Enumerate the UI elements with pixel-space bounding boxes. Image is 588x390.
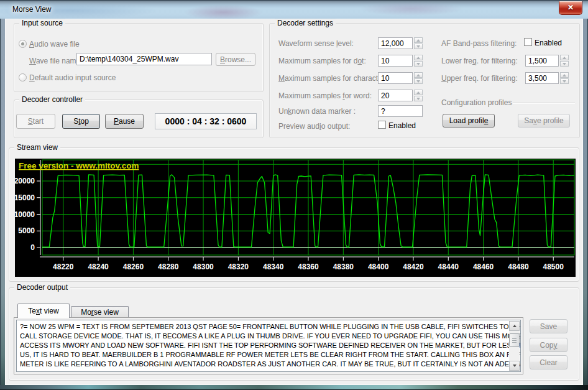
load-profile-button[interactable]: Load profile (443, 114, 495, 128)
svg-text:48460: 48460 (473, 262, 494, 271)
preview-audio-checkbox[interactable] (378, 121, 386, 129)
svg-text:20000: 20000 (15, 177, 35, 185)
svg-text:48480: 48480 (508, 262, 529, 271)
lower-freq-input[interactable]: 1,500 (525, 55, 559, 67)
waveform-plot: 0500010000150002000048220482404826048280… (15, 159, 576, 277)
svg-text:48340: 48340 (263, 262, 284, 271)
close-icon: ✕ (567, 3, 574, 12)
decoder-output-group-label: Decoder output (14, 283, 70, 292)
max-samples-dot-input[interactable]: 10 (378, 55, 413, 67)
save-profile-button[interactable]: Save profile (518, 114, 570, 128)
spin-down-icon[interactable] (560, 61, 569, 67)
default-audio-input-radio[interactable] (19, 73, 27, 81)
spin-up-icon[interactable] (560, 55, 569, 60)
svg-text:48400: 48400 (368, 262, 389, 271)
spin-down-icon[interactable] (414, 44, 423, 49)
svg-text:5000: 5000 (18, 226, 35, 235)
preview-audio-output-label: Preview audio output: (278, 122, 350, 131)
svg-text:15000: 15000 (15, 193, 35, 202)
preview-audio-checkbox-label: Enabled (388, 121, 416, 130)
wave-file-name-input[interactable]: D:\temp\140304_25WPM.wav (76, 53, 212, 65)
max-samples-dot-spinner[interactable] (414, 55, 423, 67)
lower-freq-label: Lower freq. for filtering: (441, 57, 518, 65)
waveform-sense-level-label: Waveform sense level: (278, 39, 354, 48)
svg-text:48260: 48260 (123, 262, 144, 271)
tab-text-view[interactable]: Text view (17, 304, 70, 318)
svg-text:0: 0 (30, 243, 35, 252)
configuration-profiles-divider (513, 103, 575, 103)
decoder-settings-group-label: Decoder settings (275, 19, 336, 27)
save-output-button[interactable]: Save (530, 319, 567, 333)
wave-file-name-label: Wave file name: (29, 57, 83, 65)
upper-freq-label: Upper freq. for filtering: (441, 74, 518, 83)
unknown-data-marker-label: Unknown data marker : (278, 107, 356, 116)
scroll-down-button[interactable] (509, 361, 520, 371)
tab-morse-view[interactable]: Morse view (71, 306, 129, 318)
svg-text:48380: 48380 (333, 262, 354, 271)
svg-text:Free version - www.mitov.com: Free version - www.mitov.com (19, 161, 139, 170)
upper-freq-input[interactable]: 3,500 (525, 72, 559, 84)
audio-wave-file-radio[interactable] (19, 40, 27, 48)
window-title: Morse View (12, 5, 51, 14)
audio-wave-file-radio-label: Audio wave file (29, 40, 80, 49)
spin-up-icon[interactable] (414, 55, 423, 60)
svg-text:48500: 48500 (543, 262, 564, 271)
svg-text:48420: 48420 (403, 262, 424, 271)
svg-text:48440: 48440 (438, 262, 459, 271)
spin-up-icon[interactable] (414, 72, 423, 78)
pause-button[interactable]: Pause (105, 114, 144, 129)
window: Morse View ✕ Input source Audio wave fil… (0, 0, 588, 390)
max-samples-word-label: Maximum samples for word: (278, 91, 372, 100)
decoded-text: ?= NOW 25 WPM = TEXT IS FROM SEPTEMBER 2… (20, 322, 507, 369)
stop-button[interactable]: Stop (62, 114, 100, 129)
spin-down-icon[interactable] (414, 61, 423, 67)
unknown-data-marker-input[interactable]: ? (378, 105, 423, 117)
browse-button[interactable]: Browse... (216, 53, 255, 66)
spin-down-icon[interactable] (414, 96, 423, 101)
spin-up-icon[interactable] (414, 90, 423, 95)
dialog-client-area: Input source Audio wave file Wave file n… (5, 19, 583, 385)
decode-timer-display: 0000 : 04 : 32 : 0600 (155, 113, 257, 129)
af-bandpass-checkbox[interactable] (524, 38, 532, 46)
default-audio-input-radio-label: Default audio input source (29, 73, 116, 82)
max-samples-character-input[interactable]: 10 (378, 72, 413, 84)
max-samples-word-spinner[interactable] (414, 90, 423, 101)
window-frame-left[interactable] (0, 19, 5, 385)
max-samples-character-spinner[interactable] (414, 72, 423, 84)
svg-text:10000: 10000 (15, 210, 35, 219)
svg-text:48300: 48300 (193, 262, 214, 271)
svg-text:48220: 48220 (53, 262, 74, 271)
svg-text:48280: 48280 (158, 262, 179, 271)
spin-down-icon[interactable] (414, 78, 423, 84)
upper-freq-spinner[interactable] (560, 72, 569, 84)
af-bandpass-checkbox-label: Enabled (535, 39, 562, 47)
scroll-up-button[interactable] (509, 321, 520, 331)
output-scrollbar[interactable] (509, 321, 520, 371)
stream-waveform-chart: 0500010000150002000048220482404826048280… (15, 159, 576, 277)
decoded-text-output[interactable]: ?= NOW 25 WPM = TEXT IS FROM SEPTEMBER 2… (16, 320, 521, 372)
stream-view-group-label: Stream view (14, 143, 60, 152)
input-source-group-label: Input source (19, 19, 65, 27)
start-button[interactable]: Start (16, 114, 55, 129)
scroll-thumb[interactable] (509, 333, 520, 347)
window-frame-bottom[interactable] (0, 385, 588, 390)
spin-up-icon[interactable] (560, 72, 569, 78)
close-button[interactable]: ✕ (559, 1, 582, 15)
max-samples-dot-label: Maximum samples for dot: (278, 57, 366, 65)
copy-output-button[interactable]: Copy (530, 338, 567, 352)
svg-text:48320: 48320 (228, 262, 249, 271)
spin-down-icon[interactable] (560, 78, 569, 84)
svg-text:48240: 48240 (88, 262, 109, 271)
max-samples-character-label: Maximum samples for character: (278, 74, 387, 83)
af-bandpass-label: AF Band-pass filtering: (441, 39, 517, 48)
clear-output-button[interactable]: Clear (530, 355, 567, 369)
configuration-profiles-header: Configuration profiles (441, 98, 512, 107)
spin-up-icon[interactable] (414, 37, 423, 43)
waveform-sense-level-spinner[interactable] (414, 37, 423, 49)
waveform-sense-level-input[interactable]: 12,000 (378, 37, 413, 49)
window-frame-right[interactable] (583, 19, 588, 385)
lower-freq-spinner[interactable] (560, 55, 569, 67)
decoder-controller-group-label: Decoder controller (19, 95, 85, 104)
titlebar[interactable]: Morse View ✕ (0, 0, 588, 19)
max-samples-word-input[interactable]: 20 (378, 90, 413, 101)
